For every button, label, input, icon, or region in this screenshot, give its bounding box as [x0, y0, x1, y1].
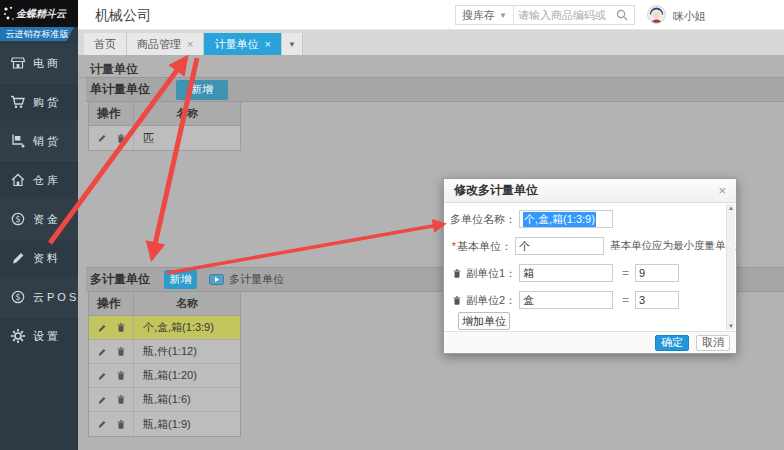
delete-icon[interactable] — [116, 346, 126, 357]
store-icon — [10, 55, 26, 71]
unit-name: 瓶,箱(1:9) — [134, 417, 240, 432]
table-row[interactable]: 个,盒,箱(1:3:9) — [89, 316, 240, 340]
sidebar: 金蝶精斗云 云进销存标准版 电商购货销货仓库$资金资料$云POS设置 — [0, 0, 78, 450]
edit-icon[interactable] — [97, 133, 107, 143]
multi-unit-table: 操作 名称 个,盒,箱(1:3:9)瓶,件(1:12)瓶,箱(1:20)瓶,箱(… — [88, 292, 241, 437]
table-header: 操作 名称 — [89, 102, 240, 126]
single-unit-table: 操作 名称 匹 — [88, 102, 241, 151]
delete-icon[interactable] — [116, 322, 126, 333]
tab-计量单位[interactable]: 计量单位× — [204, 33, 281, 55]
edit-icon[interactable] — [97, 347, 107, 357]
unit-name: 瓶,箱(1:20) — [134, 368, 240, 383]
edit-icon[interactable] — [97, 323, 107, 333]
base-unit-note: 基本单位应为最小度量单位 — [610, 239, 736, 253]
pos-icon: $ — [10, 289, 26, 305]
unit-name: 瓶,箱(1:6) — [134, 392, 240, 407]
sidebar-item-label: 仓库 — [33, 173, 61, 188]
svg-text:$: $ — [15, 292, 20, 302]
sidebar-item-label: 购货 — [33, 95, 61, 110]
table-row[interactable]: 瓶,箱(1:9) — [89, 412, 240, 436]
multi-unit-video-link[interactable]: 多计量单位 — [209, 272, 284, 287]
subunit1-input[interactable]: 箱 — [519, 264, 613, 282]
company-name: 机械公司 — [95, 7, 151, 25]
table-row[interactable]: 瓶,箱(1:20) — [89, 364, 240, 388]
single-unit-section-bar: 单计量单位 新增 — [86, 77, 784, 102]
modal-scrollbar[interactable]: ▲ ▼ — [726, 204, 735, 330]
subunit2-ratio-input[interactable]: 3 — [635, 291, 679, 309]
sidebar-item-cloudpos[interactable]: $云POS — [0, 278, 78, 317]
sidebar-item-funds[interactable]: $资金 — [0, 200, 78, 239]
single-unit-section-title: 单计量单位 — [90, 81, 150, 98]
cancel-button[interactable]: 取消 — [696, 335, 730, 351]
sidebar-item-purchase[interactable]: 购货 — [0, 83, 78, 122]
page-title: 计量单位 — [90, 61, 138, 78]
tab-close-icon[interactable]: × — [264, 38, 270, 50]
modal-title-bar: 修改多计量单位 × — [444, 179, 736, 203]
add-unit-button[interactable]: 增加单位 — [458, 312, 510, 330]
single-unit-add-button[interactable]: 新增 — [176, 80, 228, 100]
table-row[interactable]: 瓶,件(1:12) — [89, 340, 240, 364]
equals-sign: = — [622, 266, 629, 280]
delete-icon[interactable] — [116, 370, 126, 381]
app-window: 金蝶精斗云 云进销存标准版 电商购货销货仓库$资金资料$云POS设置 机械公司 … — [0, 0, 784, 450]
edit-icon[interactable] — [97, 419, 107, 429]
table-row[interactable]: 匹 — [89, 126, 240, 150]
warehouse-icon — [10, 172, 26, 188]
tab-label: 首页 — [94, 37, 116, 52]
tab-商品管理[interactable]: 商品管理× — [127, 33, 204, 55]
tab-首页[interactable]: 首页 — [84, 33, 127, 55]
modal-title: 修改多计量单位 — [454, 182, 538, 199]
sidebar-item-settings[interactable]: 设置 — [0, 317, 78, 356]
video-play-icon — [209, 274, 224, 285]
subunit2-input[interactable]: 盒 — [519, 291, 613, 309]
username[interactable]: 咪小姐 — [673, 9, 706, 24]
delete-icon[interactable] — [116, 394, 126, 405]
table-header: 操作 名称 — [89, 292, 240, 316]
unit-name: 瓶,件(1:12) — [134, 344, 240, 359]
edit-icon[interactable] — [97, 395, 107, 405]
subunit1-ratio-input[interactable]: 9 — [635, 264, 679, 282]
delete-subunit1-icon[interactable] — [450, 268, 464, 279]
multi-unit-add-button[interactable]: 新增 — [164, 270, 197, 289]
edit-multi-unit-modal: 修改多计量单位 × 多单位名称： 个,盒,箱(1:3:9) *基本单位： 个 基… — [443, 178, 737, 354]
sidebar-item-data[interactable]: 资料 — [0, 239, 78, 278]
user-avatar[interactable] — [647, 5, 666, 24]
base-unit-label: *基本单位： — [444, 239, 512, 254]
table-row[interactable]: 瓶,箱(1:6) — [89, 388, 240, 412]
modal-footer: 确定 取消 — [444, 331, 736, 353]
subunit2-label: 副单位2： — [464, 293, 516, 308]
delete-icon[interactable] — [116, 133, 126, 144]
unit-name: 匹 — [134, 131, 240, 146]
delete-subunit2-icon[interactable] — [450, 295, 464, 306]
search-input[interactable] — [514, 9, 610, 21]
scroll-down-icon[interactable]: ▼ — [728, 323, 734, 329]
sidebar-item-sales[interactable]: 销货 — [0, 122, 78, 161]
logo-dots-icon — [3, 6, 16, 22]
edit-icon[interactable] — [97, 371, 107, 381]
unit-name: 个,盒,箱(1:3:9) — [134, 320, 240, 335]
sidebar-item-warehouse[interactable]: 仓库 — [0, 161, 78, 200]
sidebar-item-label: 设置 — [33, 329, 61, 344]
ok-button[interactable]: 确定 — [655, 335, 689, 351]
multi-name-label: 多单位名称： — [444, 212, 516, 227]
tab-close-icon[interactable]: × — [187, 38, 193, 50]
base-unit-input[interactable]: 个 — [515, 237, 604, 255]
search-scope-dropdown[interactable]: 搜库存▼ — [456, 6, 514, 24]
app-logo: 金蝶精斗云 — [0, 0, 78, 27]
multi-unit-section-title: 多计量单位 — [90, 271, 150, 288]
close-icon[interactable]: × — [718, 184, 726, 197]
sidebar-item-label: 销货 — [33, 134, 61, 149]
svg-text:$: $ — [15, 214, 20, 224]
top-header: 机械公司 搜库存▼ 咪小姐 — [78, 0, 784, 30]
search-icon[interactable] — [610, 9, 634, 21]
cart-icon — [10, 94, 26, 110]
multi-name-input[interactable]: 个,盒,箱(1:3:9) — [519, 210, 613, 228]
scroll-up-icon[interactable]: ▲ — [728, 205, 734, 211]
tab-list-dropdown[interactable]: ▼ — [282, 33, 303, 55]
pencil-icon — [10, 250, 26, 266]
sidebar-item-ecommerce[interactable]: 电商 — [0, 44, 78, 83]
equals-sign: = — [622, 293, 629, 307]
subunit1-label: 副单位1： — [464, 266, 516, 281]
delete-icon[interactable] — [116, 419, 126, 430]
sidebar-item-label: 电商 — [33, 56, 61, 71]
